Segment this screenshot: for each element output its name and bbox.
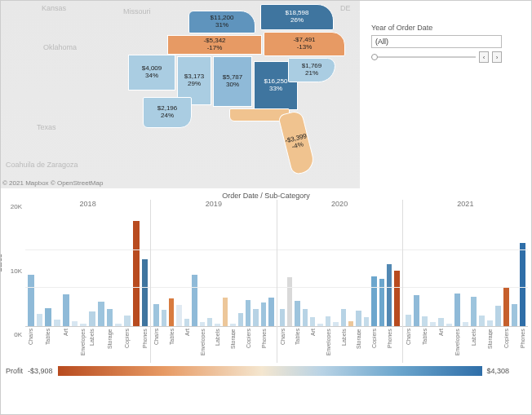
state-tennessee[interactable]: -$5,342-17% <box>167 35 262 55</box>
x-label <box>446 329 452 363</box>
bar-2021-Tables2[interactable] <box>430 322 436 326</box>
bar-2020-Tables2[interactable] <box>303 309 308 326</box>
bar-2021-Envelopes[interactable] <box>454 294 460 326</box>
bar-2021-Labels[interactable] <box>471 297 477 326</box>
bar-2019-Copiers[interactable] <box>238 313 243 326</box>
bar-2019-Tables2[interactable] <box>176 305 181 326</box>
x-label <box>463 329 468 363</box>
bar-2019-Chairs2[interactable] <box>162 310 166 326</box>
bar-2021-Chairs[interactable] <box>406 315 411 326</box>
bar-2019-Labels2[interactable] <box>215 324 219 326</box>
bar-2018-Tables2[interactable] <box>54 320 60 326</box>
x-label <box>207 329 212 363</box>
x-label <box>379 329 384 363</box>
bar-2019-Tables[interactable] <box>169 298 174 326</box>
year-slider[interactable] <box>371 56 476 58</box>
bar-2021-Chairs2[interactable] <box>414 295 419 326</box>
bar-2018-Chairs2[interactable] <box>37 314 43 326</box>
bar-2021-Art[interactable] <box>438 318 444 326</box>
x-label: Storage <box>107 329 113 363</box>
bar-2019-Chairs[interactable] <box>153 304 158 326</box>
x-label: Envelopes <box>80 329 86 363</box>
bar-2019-Art[interactable] <box>184 319 189 326</box>
bar-2020-Storage2[interactable] <box>364 317 369 326</box>
bar-2021-Envelopes2[interactable] <box>463 322 468 326</box>
x-label: Art <box>438 329 444 363</box>
bar-2019-Phones2[interactable] <box>261 302 266 326</box>
bar-2018-Labels2[interactable] <box>98 302 104 326</box>
year-prev-button[interactable]: ‹ <box>479 51 489 63</box>
bar-2020-Chairs2[interactable] <box>287 277 292 326</box>
x-label <box>133 329 140 363</box>
bar-2021-Phones[interactable] <box>520 243 525 326</box>
bar-2019-Labels[interactable] <box>207 318 212 326</box>
bar-2020-Phones2[interactable] <box>394 271 399 326</box>
state-virginia[interactable]: $18,59826% <box>260 4 334 30</box>
x-label: Envelopes <box>454 329 460 363</box>
bar-2021-Art2[interactable] <box>446 324 452 326</box>
state-florida[interactable]: -$3,399-4% <box>277 109 316 175</box>
choropleth-map[interactable]: Kansas Missouri Oklahoma Texas Coahuila … <box>1 1 360 188</box>
bar-2018-Art[interactable] <box>63 294 69 326</box>
year-next-button[interactable]: › <box>492 51 502 63</box>
bar-2018-Envelopes[interactable] <box>80 324 86 326</box>
bar-2020-Art[interactable] <box>310 317 315 326</box>
x-label: Art <box>63 329 69 363</box>
year-filter-dropdown[interactable]: (All) <box>371 35 502 48</box>
bar-2021-Storage2[interactable] <box>495 306 501 326</box>
x-label: Chairs <box>28 329 34 363</box>
state-southcarolina[interactable]: $1,76921% <box>288 58 335 82</box>
slider-thumb[interactable] <box>371 54 378 60</box>
x-label: Labels <box>215 329 219 363</box>
bar-2020-Copiers[interactable] <box>371 276 376 326</box>
bar-2020-Storage[interactable] <box>356 311 361 326</box>
x-label <box>333 329 338 363</box>
bar-2019-Phones3[interactable] <box>268 298 273 326</box>
bar-2020-Envelopes2[interactable] <box>333 322 338 326</box>
state-louisiana[interactable]: $2,19624% <box>143 97 192 128</box>
bar-2019-Storage[interactable] <box>223 298 228 326</box>
bar-2018-Art2[interactable] <box>72 321 78 326</box>
x-label: Chairs <box>153 329 158 363</box>
bar-2020-Chairs[interactable] <box>280 309 285 326</box>
bar-2018-Phones[interactable] <box>142 259 149 326</box>
bar-2018-Tables[interactable] <box>45 308 51 326</box>
state-kentucky[interactable]: $11,20031% <box>188 11 255 33</box>
bar-2020-Envelopes[interactable] <box>326 316 330 326</box>
x-label: Chairs <box>280 329 285 363</box>
bar-2019-Envelopes[interactable] <box>200 322 205 326</box>
bar-2021-Copiers[interactable] <box>503 287 509 326</box>
bar-chart[interactable]: Sales 20K 10K 0K 2018ChairsTablesArtEnve… <box>1 200 531 363</box>
x-label <box>72 329 78 363</box>
bar-2018-Chairs[interactable] <box>28 275 34 326</box>
bar-2021-Storage[interactable] <box>487 320 493 326</box>
bar-2020-Phones[interactable] <box>387 264 392 326</box>
year-header: 2021 <box>403 200 528 211</box>
bar-2020-Labels[interactable] <box>341 309 346 326</box>
bar-2019-Art2[interactable] <box>192 275 197 326</box>
state-arkansas[interactable]: $4,00934% <box>128 55 175 91</box>
bar-2018-Copiers[interactable] <box>133 221 140 326</box>
bar-2018-Labels[interactable] <box>89 311 95 326</box>
filter-panel: Year of Order Date (All) ‹ › <box>360 1 531 188</box>
bar-2020-Labels2[interactable] <box>348 321 353 326</box>
bar-2020-Tables[interactable] <box>295 301 299 326</box>
bar-2018-Storage2[interactable] <box>115 324 122 326</box>
bar-2021-Copiers2[interactable] <box>512 304 517 326</box>
bar-2020-Art2[interactable] <box>317 324 322 326</box>
x-label <box>37 329 43 363</box>
x-label <box>303 329 308 363</box>
bar-2019-Copiers2[interactable] <box>246 300 250 326</box>
state-northcarolina[interactable]: -$7,491-13% <box>264 32 345 56</box>
legend-label: Profit <box>6 367 23 375</box>
bar-2018-Storage[interactable] <box>107 309 113 326</box>
x-label: Art <box>184 329 189 363</box>
x-label: Storage <box>230 329 235 363</box>
bar-2020-Copiers2[interactable] <box>379 279 384 326</box>
bar-2019-Storage2[interactable] <box>230 324 235 326</box>
bar-2018-Storage3[interactable] <box>124 316 131 326</box>
bar-2021-Tables[interactable] <box>422 316 428 326</box>
bar-2019-Phones[interactable] <box>253 309 258 326</box>
state-alabama[interactable]: $5,78730% <box>213 56 252 107</box>
bar-2021-Labels2[interactable] <box>479 316 485 326</box>
